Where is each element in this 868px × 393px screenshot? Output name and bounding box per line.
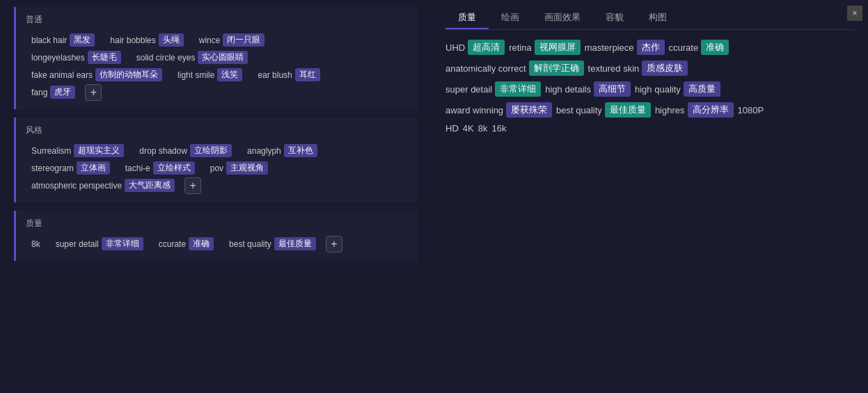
tag-zh-label: 耳红 bbox=[295, 68, 320, 81]
tags-row-normal-0: black hair黑发hair bobbles头绳wince闭一只眼 bbox=[26, 31, 408, 49]
rtag-en-label: ccurate bbox=[669, 42, 699, 53]
tag-en-label: fang bbox=[31, 88, 47, 97]
tag-zh-label: 主观视角 bbox=[226, 161, 268, 175]
add-tag-button[interactable]: + bbox=[326, 236, 342, 252]
rtag-zh-label: 非常详细 bbox=[495, 81, 541, 97]
rtag-best-quality[interactable]: best quality最佳质量 bbox=[556, 102, 651, 118]
rtag-UHD[interactable]: UHD超高清 bbox=[445, 40, 505, 55]
rtag-retina[interactable]: retina视网膜屏 bbox=[509, 40, 581, 55]
tag-en-label: black hair bbox=[31, 35, 67, 45]
rtag-4K[interactable]: 4K bbox=[463, 123, 474, 134]
rtag-en-label: award winning bbox=[445, 105, 503, 115]
tag-stereogram[interactable]: stereogram立体画 bbox=[26, 159, 116, 177]
rtag-textured-skin[interactable]: textured skin质感皮肤 bbox=[588, 61, 688, 76]
rtag-zh-label: 超高清 bbox=[468, 40, 505, 55]
rtag-masterpiece[interactable]: masterpiece杰作 bbox=[585, 40, 665, 55]
tag-en-label: solid circle eyes bbox=[136, 53, 196, 63]
rtag-en-label: textured skin bbox=[588, 63, 640, 74]
tag-best-quality[interactable]: best quality最佳质量 bbox=[223, 235, 322, 252]
section-title-normal: 普通 bbox=[26, 14, 408, 26]
tag-anaglyph[interactable]: anaglyph互补色 bbox=[242, 142, 323, 159]
section-normal: 普通black hair黑发hair bobbles头绳wince闭一只眼lon… bbox=[14, 7, 418, 109]
rtag-en-label: 16k bbox=[491, 123, 506, 134]
rtag-zh-label: 视网膜屏 bbox=[535, 40, 581, 55]
rtag-en-label: masterpiece bbox=[585, 42, 634, 53]
tag-black-hair[interactable]: black hair黑发 bbox=[26, 31, 100, 49]
rtag-HD[interactable]: HD bbox=[445, 123, 459, 134]
tag-en-label: longeyelashes bbox=[31, 53, 85, 63]
tag-hair-bobbles[interactable]: hair bobbles头绳 bbox=[104, 31, 189, 49]
tag-en-label: ccurate bbox=[159, 239, 186, 249]
rtag-super-detail[interactable]: super detail非常详细 bbox=[445, 81, 541, 97]
rtag-en-label: 8k bbox=[478, 123, 488, 134]
tag-en-label: ear blush bbox=[258, 70, 292, 80]
tag-en-label: 8k bbox=[31, 239, 40, 249]
right-tags-row-1: anatomically correct解剖学正确textured skin质感… bbox=[445, 61, 854, 76]
tag-zh-label: 长睫毛 bbox=[88, 51, 121, 64]
tag-ccurate[interactable]: ccurate准确 bbox=[153, 235, 219, 252]
tab-容貌[interactable]: 容貌 bbox=[593, 7, 636, 29]
tag-zh-label: 仿制的动物耳朵 bbox=[95, 68, 162, 81]
tab-构图[interactable]: 构图 bbox=[636, 7, 679, 29]
rtag-8k[interactable]: 8k bbox=[478, 123, 488, 134]
tag-zh-label: 非常详细 bbox=[102, 237, 143, 250]
tag-ear-blush[interactable]: ear blush耳红 bbox=[252, 66, 325, 83]
rtag-zh-label: 杰作 bbox=[637, 40, 665, 55]
tab-绘画[interactable]: 绘画 bbox=[489, 7, 532, 29]
tag-zh-label: 最佳质量 bbox=[274, 237, 316, 250]
tag-pov[interactable]: pov主观视角 bbox=[205, 159, 274, 177]
tags-row-style-1: stereogram立体画tachi-e立绘样式pov主观视角 bbox=[26, 159, 408, 177]
rtag-anatomically-correct[interactable]: anatomically correct解剖学正确 bbox=[445, 61, 584, 76]
tag-zh-label: 大气距离感 bbox=[125, 179, 175, 192]
tag-en-label: Surrealism bbox=[31, 146, 71, 156]
rtag-ccurate[interactable]: ccurate准确 bbox=[669, 40, 729, 55]
tag-en-label: anaglyph bbox=[247, 146, 281, 156]
tabs: 质量绘画画面效果容貌构图 bbox=[445, 7, 854, 30]
tag-fang[interactable]: fang虎牙 bbox=[26, 83, 81, 101]
tag-Surrealism[interactable]: Surrealism超现实主义 bbox=[26, 142, 129, 159]
tag-solid-circle-eyes[interactable]: solid circle eyes实心圆眼睛 bbox=[131, 49, 254, 66]
tag-zh-label: 立绘阴影 bbox=[190, 144, 232, 157]
close-button[interactable]: × bbox=[847, 6, 862, 21]
right-panel: × 质量绘画画面效果容貌构图 UHD超高清retina视网膜屏masterpie… bbox=[432, 0, 868, 393]
tag-tachi-e[interactable]: tachi-e立绘样式 bbox=[120, 159, 200, 177]
rtag-zh-label: 高细节 bbox=[594, 81, 631, 97]
tags-row-normal-3: fang虎牙+ bbox=[26, 83, 408, 101]
rtag-high-quality[interactable]: high quality高质量 bbox=[635, 81, 720, 97]
tag-longeyelashes[interactable]: longeyelashes长睫毛 bbox=[26, 49, 127, 66]
tag-atmospheric-perspective[interactable]: atmospheric perspective大气距离感 bbox=[26, 177, 180, 194]
rtag-en-label: highres bbox=[655, 105, 685, 115]
rtag-high-details[interactable]: high details高细节 bbox=[545, 81, 631, 97]
add-tag-button[interactable]: + bbox=[85, 84, 102, 101]
tag-super-detail[interactable]: super detail非常详细 bbox=[50, 235, 149, 252]
tag-en-label: drop shadow bbox=[139, 146, 187, 156]
rtag-en-label: 4K bbox=[463, 123, 474, 134]
tag-wince[interactable]: wince闭一只眼 bbox=[194, 31, 271, 49]
rtag-en-label: best quality bbox=[556, 105, 602, 115]
rtag-en-label: super detail bbox=[445, 84, 492, 95]
tag-en-label: super detail bbox=[56, 239, 99, 249]
tab-质量[interactable]: 质量 bbox=[445, 7, 489, 29]
tag-zh-label: 立绘样式 bbox=[153, 161, 195, 175]
tag-en-label: wince bbox=[199, 35, 221, 45]
tag-en-label: hair bobbles bbox=[110, 35, 155, 45]
rtag-zh-label: 最佳质量 bbox=[605, 102, 651, 118]
section-title-style: 风格 bbox=[26, 125, 408, 136]
add-tag-button[interactable]: + bbox=[184, 177, 201, 194]
rtag-16k[interactable]: 16k bbox=[491, 123, 506, 134]
right-tags-row-3: award winning屡获殊荣best quality最佳质量highres… bbox=[445, 102, 854, 118]
tag-zh-label: 头绳 bbox=[159, 33, 184, 47]
rtag-highres[interactable]: highres高分辨率 bbox=[655, 102, 734, 118]
tag-8k[interactable]: 8k bbox=[26, 237, 46, 251]
rtag-en-label: retina bbox=[509, 42, 532, 53]
rtag-award-winning[interactable]: award winning屡获殊荣 bbox=[445, 102, 552, 118]
right-tags-row-0: UHD超高清retina视网膜屏masterpiece杰作ccurate准确 bbox=[445, 40, 854, 55]
rtag-1080P[interactable]: 1080P bbox=[738, 105, 764, 115]
rtag-zh-label: 准确 bbox=[701, 40, 729, 55]
tag-light-smile[interactable]: light smile浅笑 bbox=[172, 66, 248, 83]
tags-row-normal-1: longeyelashes长睫毛solid circle eyes实心圆眼睛 bbox=[26, 49, 408, 66]
tag-fake-animal-ears[interactable]: fake animal ears仿制的动物耳朵 bbox=[26, 66, 168, 83]
tag-drop-shadow[interactable]: drop shadow立绘阴影 bbox=[134, 142, 237, 159]
tab-画面效果[interactable]: 画面效果 bbox=[532, 7, 593, 29]
tag-zh-label: 浅笑 bbox=[217, 68, 242, 81]
